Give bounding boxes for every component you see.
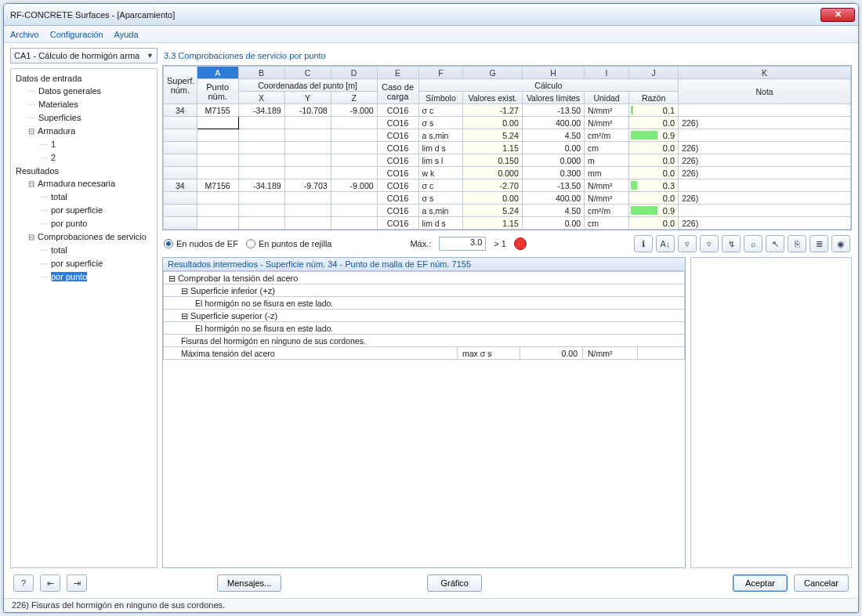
toolbar-icon-2[interactable]: ▿ [678, 235, 697, 252]
hdr-superf[interactable]: Superf. núm. [164, 67, 197, 104]
tree-entrada[interactable]: Datos de entrada [13, 72, 155, 85]
gt-label: > 1 [494, 239, 506, 248]
col-K[interactable]: K [679, 67, 851, 79]
combo-value: CA1 - Cálculo de hormigón arma [14, 51, 139, 60]
hdr-coord[interactable]: Coordenadas del punto [m] [238, 79, 377, 92]
tree-materiales[interactable]: Materiales [13, 98, 155, 111]
radio-ef-nodes[interactable]: En nudos de EF [164, 239, 238, 248]
toolbar-icon-5[interactable]: ⌕ [744, 235, 762, 252]
titlebar[interactable]: RF-CONCRETE Surfaces - [Aparcamiento] ✕ [4, 4, 858, 26]
col-B[interactable]: B [238, 67, 284, 79]
tree-armadura[interactable]: Armadura [13, 125, 155, 138]
prev-icon[interactable]: ⇤ [40, 574, 60, 592]
tree-resultados[interactable]: Resultados [13, 165, 155, 177]
panel-title: 3.3 Comprobaciones de servicio por punto [162, 48, 852, 63]
menu-ayuda[interactable]: Ayuda [114, 30, 139, 39]
cancelar-button[interactable]: Cancelar [794, 574, 849, 592]
hdr-caso[interactable]: Caso de carga [377, 79, 418, 104]
hdr-razon[interactable]: Razón [629, 92, 679, 104]
window-title: RF-CONCRETE Surfaces - [Aparcamiento] [10, 10, 820, 20]
table-row[interactable]: CO16lim s l0.1500.000m0.0226) [164, 154, 851, 167]
chevron-down-icon: ▼ [147, 52, 154, 60]
det-l1[interactable]: ⊟ Comprobar la tensión del acero [164, 272, 685, 284]
bottom-bar: ? ⇤ ⇥ Mensajes... Gráfico Aceptar Cancel… [4, 568, 858, 598]
tree-arm-punto[interactable]: por punto [13, 217, 155, 230]
toolbar-icon-0[interactable]: ℹ [634, 235, 653, 252]
col-J[interactable]: J [629, 67, 679, 79]
table-row[interactable]: CO16σ s0.00400.00N/mm²0.0226) [164, 117, 851, 129]
hdr-punto[interactable]: Punto núm. [197, 79, 238, 104]
intermediate-results[interactable]: Resultados intermedios - Superficie núm.… [162, 257, 686, 568]
grid-controls: En nudos de EF En puntos de rejilla Máx.… [162, 230, 852, 257]
grafico-button[interactable]: Gráfico [427, 574, 482, 592]
table-row[interactable]: CO16lim d s1.150.00cm0.0226) [164, 217, 851, 230]
menu-configuracion[interactable]: Configuración [50, 30, 103, 39]
col-F[interactable]: F [418, 67, 463, 79]
hdr-y[interactable]: Y [284, 92, 331, 104]
hdr-exist[interactable]: Valores exist. [463, 92, 522, 104]
tree-arm-total[interactable]: total [13, 190, 155, 204]
menu-archivo[interactable]: Archivo [10, 30, 39, 39]
toolbar-icon-8[interactable]: ≣ [809, 235, 828, 252]
col-H[interactable]: H [522, 67, 584, 79]
max-value[interactable]: 3.0 [439, 237, 486, 251]
toolbar-icon-4[interactable]: ↯ [722, 235, 741, 252]
tree-arm-superficie[interactable]: por superficie [13, 204, 155, 217]
col-A[interactable]: A [197, 67, 238, 79]
help-icon[interactable]: ? [13, 574, 34, 592]
hdr-nota[interactable]: Nota [679, 79, 851, 104]
tree-comp-superficie[interactable]: por superficie [13, 257, 155, 270]
tree-comp-punto[interactable]: por punto [51, 272, 87, 281]
det-l2[interactable]: ⊟ Superficie inferior (+z) [164, 284, 685, 297]
load-case-combo[interactable]: CA1 - Cálculo de hormigón arma ▼ [10, 48, 158, 63]
col-G[interactable]: G [463, 67, 522, 79]
det-l4[interactable]: ⊟ Superficie superior (-z) [164, 310, 685, 322]
col-E[interactable]: E [377, 67, 418, 79]
col-C[interactable]: C [284, 67, 331, 79]
table-row[interactable]: 34M7156-34.189-9.703-9.000CO16σ c-2.70-1… [164, 179, 851, 192]
hdr-unidad[interactable]: Unidad [585, 92, 629, 104]
results-grid[interactable]: Superf. núm. A B C D E F G H I J K [162, 65, 852, 230]
tree-arm-necesaria[interactable]: Armadura necesaria [13, 177, 155, 190]
tree-armadura-1[interactable]: 1 [13, 138, 155, 151]
hdr-calc[interactable]: Cálculo [418, 79, 679, 92]
intermediate-title: Resultados intermedios - Superficie núm.… [163, 258, 685, 271]
tree-comp-total[interactable]: total [13, 244, 155, 257]
radio-grid-points[interactable]: En puntos de rejilla [246, 239, 332, 248]
det-l7: Máxima tensión del acero [164, 347, 458, 360]
table-row[interactable]: CO16w k0.0000.300mm0.0226) [164, 167, 851, 179]
det-l6: Fisuras del hormigón en ninguno de sus c… [164, 335, 685, 347]
hdr-lim[interactable]: Valores límites [522, 92, 584, 104]
table-row[interactable]: 34M7155-34.189-10.708-9.000CO16σ c-1.27-… [164, 104, 851, 117]
status-bar: 226) Fisuras del hormigón en ninguno de … [4, 598, 858, 612]
table-row[interactable]: CO16a s,min5.244.50cm²/m0.9 [164, 129, 851, 142]
nav-tree[interactable]: Datos de entrada Datos generales Materia… [10, 68, 158, 568]
toolbar-icon-6[interactable]: ↖ [766, 235, 784, 252]
next-icon[interactable]: ⇥ [67, 574, 87, 592]
toolbar-icon-1[interactable]: A↓ [656, 235, 675, 252]
mensajes-button[interactable]: Mensajes... [217, 574, 281, 592]
tree-generales[interactable]: Datos generales [13, 85, 155, 98]
tree-comprobaciones[interactable]: Comprobaciones de servicio [13, 230, 155, 244]
table-row[interactable]: CO16a s,min5.244.50cm²/m0.9 [164, 205, 851, 217]
tree-superficies[interactable]: Superficies [13, 111, 155, 125]
col-I[interactable]: I [585, 67, 629, 79]
toolbar-icon-7[interactable]: ⎘ [788, 235, 806, 252]
error-icon [514, 237, 527, 250]
aceptar-button[interactable]: Aceptar [733, 574, 788, 592]
table-row[interactable]: CO16σ s0.00400.00N/mm²0.0226) [164, 192, 851, 205]
hdr-z[interactable]: Z [331, 92, 377, 104]
det-l5: El hormigón no se fisura en este lado. [164, 322, 685, 335]
tree-armadura-2[interactable]: 2 [13, 151, 155, 165]
menubar: Archivo Configuración Ayuda [4, 26, 858, 43]
toolbar-icon-9[interactable]: ◉ [831, 235, 850, 252]
toolbar-icon-3[interactable]: ▿ [700, 235, 719, 252]
hdr-x[interactable]: X [238, 92, 284, 104]
table-row[interactable]: CO16lim d s1.150.00cm0.0226) [164, 142, 851, 154]
col-D[interactable]: D [331, 67, 377, 79]
close-icon[interactable]: ✕ [820, 8, 855, 22]
app-window: RF-CONCRETE Surfaces - [Aparcamiento] ✕ … [3, 3, 859, 613]
max-label: Máx.: [410, 239, 431, 248]
hdr-simbolo[interactable]: Símbolo [418, 92, 463, 104]
det-sym: max σ s [458, 347, 520, 360]
